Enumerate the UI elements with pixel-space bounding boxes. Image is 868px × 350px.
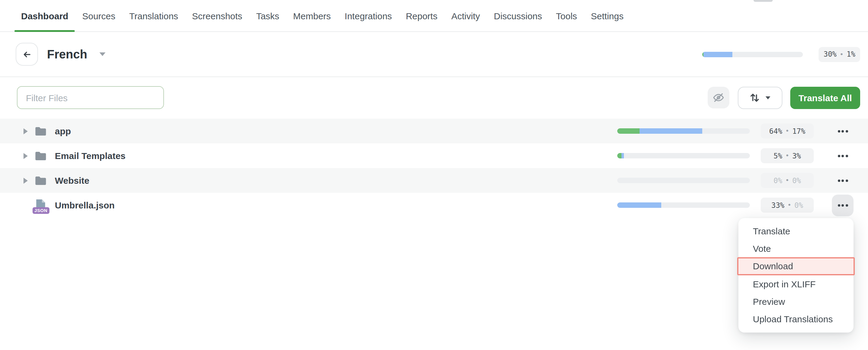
approved-progress-segment <box>617 153 621 158</box>
file-row-app[interactable]: app 64% • 17% <box>0 119 868 144</box>
ellipsis-icon <box>838 130 848 132</box>
translated-percent: 0% <box>773 176 782 185</box>
dot-separator: • <box>785 127 789 135</box>
nav-tab-integrations[interactable]: Integrations <box>338 0 399 31</box>
project-dashboard-page: Dashboard Sources Translations Screensho… <box>0 0 868 350</box>
file-progress-badge: 33% • 0% <box>761 198 814 213</box>
row-menu-button[interactable] <box>832 145 854 166</box>
file-progress-badge: 5% • 3% <box>761 148 814 163</box>
file-progress-badge: 64% • 17% <box>761 124 814 138</box>
translated-percent: 30% <box>824 50 836 58</box>
nav-tab-activity[interactable]: Activity <box>444 0 487 31</box>
toggle-hidden-files-button[interactable] <box>708 87 730 108</box>
file-name[interactable]: Email Templates <box>55 151 126 161</box>
dot-separator: • <box>840 50 844 58</box>
approved-percent: 1% <box>846 50 855 58</box>
nav-tab-reports[interactable]: Reports <box>399 0 444 31</box>
chevron-down-icon <box>766 96 770 99</box>
nav-tab-sources[interactable]: Sources <box>76 0 122 31</box>
nav-tab-dashboard[interactable]: Dashboard <box>14 0 75 31</box>
sort-arrows-icon <box>750 92 760 103</box>
language-header: French 30% • 1% <box>0 32 868 77</box>
dot-separator: • <box>785 152 789 160</box>
translate-all-button[interactable]: Translate All <box>790 87 860 109</box>
sort-files-button[interactable] <box>738 87 782 109</box>
menu-item-preview[interactable]: Preview <box>738 293 854 310</box>
eye-off-icon <box>712 92 724 104</box>
folder-icon <box>34 172 48 188</box>
file-progress-bar <box>617 128 750 134</box>
language-progress-bar <box>702 52 803 57</box>
menu-item-translate[interactable]: Translate <box>738 222 854 240</box>
arrow-left-icon <box>22 49 32 59</box>
page-title: French <box>47 47 87 61</box>
dot-separator: • <box>785 177 789 184</box>
folder-icon <box>34 148 48 164</box>
ellipsis-icon <box>838 179 848 182</box>
files-toolbar: Translate All <box>0 86 868 109</box>
approved-percent: 0% <box>795 201 803 209</box>
file-progress-badge: 0% • 0% <box>761 173 814 188</box>
download-highlight-box: Download <box>737 257 855 275</box>
nav-tab-tools[interactable]: Tools <box>550 0 584 31</box>
translated-progress-segment <box>617 202 661 208</box>
dot-separator: • <box>787 201 792 209</box>
row-menu-button-active[interactable] <box>832 194 854 216</box>
translated-percent: 64% <box>769 127 782 135</box>
nav-tab-translations[interactable]: Translations <box>123 0 185 31</box>
row-menu-button[interactable] <box>832 169 854 191</box>
menu-item-vote[interactable]: Vote <box>738 240 854 257</box>
file-row-website[interactable]: Website 0% • 0% <box>0 168 868 193</box>
file-name[interactable]: app <box>55 126 71 136</box>
translated-percent: 33% <box>771 201 784 209</box>
file-context-menu: Translate Vote Download Export in XLIFF … <box>738 218 854 332</box>
row-menu-button[interactable] <box>832 120 854 142</box>
translated-progress-segment <box>704 52 733 57</box>
file-progress-bar <box>617 153 750 158</box>
expand-folder-icon[interactable] <box>24 128 28 134</box>
folder-icon <box>34 123 48 139</box>
approved-percent: 0% <box>792 176 801 185</box>
file-progress-bar <box>617 178 750 183</box>
translated-percent: 5% <box>773 152 782 160</box>
project-nav: Dashboard Sources Translations Screensho… <box>0 0 868 32</box>
approved-percent: 17% <box>792 127 805 135</box>
file-list: app 64% • 17% Email Template <box>0 119 868 218</box>
menu-item-download[interactable]: Download <box>738 258 854 274</box>
menu-item-upload-translations[interactable]: Upload Translations <box>738 310 854 328</box>
translated-progress-segment <box>640 128 702 134</box>
filter-files-input[interactable] <box>17 86 164 109</box>
nav-tab-members[interactable]: Members <box>287 0 338 31</box>
language-progress-badge: 30% • 1% <box>818 47 860 62</box>
nav-tab-tasks[interactable]: Tasks <box>250 0 286 31</box>
chevron-down-icon[interactable] <box>99 53 105 56</box>
approved-progress-segment <box>617 128 640 134</box>
ellipsis-icon <box>838 155 848 157</box>
nav-tab-settings[interactable]: Settings <box>584 0 630 31</box>
nav-tab-screenshots[interactable]: Screenshots <box>185 0 249 31</box>
menu-item-export-xliff[interactable]: Export in XLIFF <box>738 275 854 293</box>
file-name[interactable]: Website <box>55 175 90 186</box>
translated-progress-segment <box>621 153 624 158</box>
expand-folder-icon[interactable] <box>24 178 28 184</box>
expand-folder-icon[interactable] <box>24 153 28 159</box>
file-progress-bar <box>617 202 750 208</box>
json-file-icon: JSON <box>34 197 48 213</box>
nav-tab-discussions[interactable]: Discussions <box>487 0 549 31</box>
file-row-email-templates[interactable]: Email Templates 5% • 3% <box>0 144 868 168</box>
back-button[interactable] <box>16 43 38 66</box>
json-format-badge: JSON <box>33 207 49 214</box>
file-name[interactable]: Umbrella.json <box>55 200 115 210</box>
file-row-umbrella-json[interactable]: JSON Umbrella.json 33% • 0% <box>0 193 868 218</box>
approved-percent: 3% <box>792 152 801 160</box>
ellipsis-icon <box>838 204 848 206</box>
